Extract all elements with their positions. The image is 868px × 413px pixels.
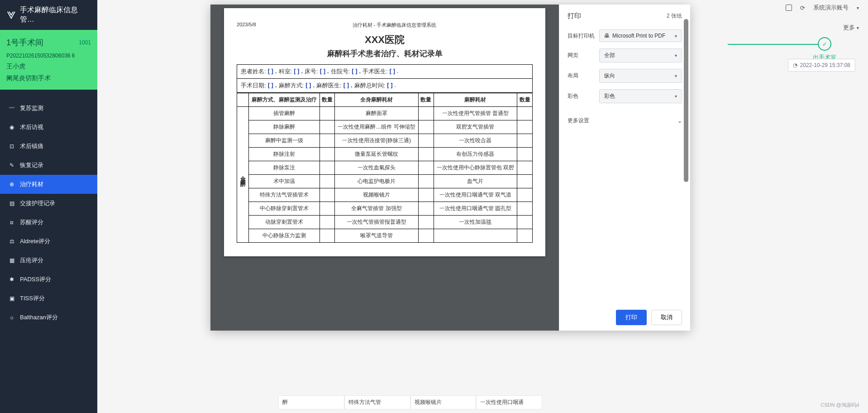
print-title: 打印 <box>568 12 581 20</box>
setting-select[interactable]: 彩色▾ <box>599 89 682 103</box>
chevron-down-icon: ▾ <box>675 34 677 38</box>
materials-table: 麻醉方式、麻醉监测及治疗数量全身麻醉耗材数量麻醉耗材数量 全身麻醉插管麻醉麻醉面… <box>237 93 533 243</box>
document-title: 麻醉科手术患者治疗、耗材记录单 <box>237 48 533 59</box>
print-button[interactable]: 打印 <box>616 310 647 325</box>
printer-icon: 🖶 <box>604 33 610 39</box>
room-panel: 1号手术间 1001 P20221026150532806036 6 王小虎 阑… <box>0 30 97 90</box>
setting-label: 网页 <box>568 52 599 59</box>
sidebar-item-10[interactable]: ▣TISS评分 <box>0 289 97 308</box>
nav-label: 术后访视 <box>20 123 43 131</box>
table-row: 特殊方法气管插管术视频喉镜片一次性使用口咽通气管 双气道 <box>237 188 533 202</box>
dialog-footer: 打印 取消 <box>568 304 682 325</box>
setting-row-0: 目标打印机🖶Microsoft Print to PDF▾ <box>568 29 682 42</box>
check-icon: ✓ <box>818 37 831 51</box>
nav-label: 交接护理记录 <box>20 199 55 207</box>
nav-label: 治疗耗材 <box>20 180 43 188</box>
app-title: 手术麻醉临床信息管… <box>20 5 91 24</box>
sidebar-item-3[interactable]: ✎恢复记录 <box>0 156 97 175</box>
sidebar-item-7[interactable]: ⚖Aldrete评分 <box>0 232 97 251</box>
nav-menu: 〰复苏监测◉术后访视⊡术后镇痛✎恢复记录⊕治疗耗材▤交接护理记录⧈苏醒评分⚖Al… <box>0 90 97 413</box>
nav-label: 恢复记录 <box>20 161 43 169</box>
page-date: 2023/5/8 <box>237 22 256 29</box>
step-line <box>728 44 818 45</box>
refresh-icon[interactable]: ⟳ <box>800 5 805 11</box>
sheet-count: 2 张纸 <box>667 12 682 20</box>
setting-row-3: 彩色彩色▾ <box>568 89 682 103</box>
table-header-row: 麻醉方式、麻醉监测及治疗数量全身麻醉耗材数量麻醉耗材数量 <box>237 93 533 107</box>
logo-icon <box>6 10 16 20</box>
hospital-name: XXX医院 <box>237 33 533 47</box>
timestamp-field[interactable]: ◔ 2022-10-29 15:37:08 <box>788 59 855 72</box>
preview-page: 2023/5/8 治疗耗材 - 手术麻醉临床信息管理系统 XXX医院 麻醉科手术… <box>224 8 545 256</box>
sidebar-item-0[interactable]: 〰复苏监测 <box>0 99 97 118</box>
sidebar-item-2[interactable]: ⊡术后镇痛 <box>0 137 97 156</box>
setting-select[interactable]: 全部▾ <box>599 48 682 62</box>
nav-icon: ▤ <box>8 200 15 207</box>
nav-label: 术后镇痛 <box>20 142 43 150</box>
print-settings-pane: 打印 2 张纸 目标打印机🖶Microsoft Print to PDF▾网页全… <box>559 5 690 331</box>
sidebar-item-1[interactable]: ◉术后访视 <box>0 118 97 137</box>
background-table-row: 醉特殊方法气管视频喉镜片一次性使用口咽通 <box>97 395 723 409</box>
nav-icon: ◉ <box>8 124 15 131</box>
nav-icon: ⊕ <box>8 181 15 188</box>
nav-icon: ✱ <box>8 276 15 283</box>
watermark: CSDN @淘源码d <box>820 402 859 408</box>
sidebar-item-6[interactable]: ⧈苏醒评分 <box>0 213 97 232</box>
setting-select[interactable]: 纵向▾ <box>599 69 682 83</box>
app-logo: 手术麻醉临床信息管… <box>0 0 97 30</box>
account-label[interactable]: 系统演示账号 <box>813 4 849 12</box>
chevron-down-icon: ▾ <box>675 73 677 78</box>
nav-label: PADSS评分 <box>20 275 51 283</box>
sidebar-item-4[interactable]: ⊕治疗耗材 <box>0 175 97 194</box>
setting-row-2: 布局纵向▾ <box>568 69 682 83</box>
account-chevron-icon[interactable]: ▾ <box>857 5 859 10</box>
nav-icon: ▣ <box>8 295 15 302</box>
room-name: 1号手术间 <box>6 37 43 48</box>
setting-label: 目标打印机 <box>568 32 599 40</box>
nav-label: Balthazan评分 <box>20 313 58 322</box>
table-row: 中心静脉穿刺置管术全麻气管插管 加强型一次性使用口咽通气管 圆孔型 <box>237 202 533 216</box>
nav-label: 苏醒评分 <box>20 218 43 226</box>
step-node: ✓ 出手术室 <box>813 37 836 62</box>
info-row-2: 手术日期: [ ], 麻醉方式: [ ], 麻醉医生: [ ], 麻醉总时间: … <box>237 79 533 93</box>
nav-icon: ⊡ <box>8 143 15 150</box>
more-settings-toggle[interactable]: 更多设置 ⌄ <box>568 112 682 129</box>
cancel-button[interactable]: 取消 <box>651 310 682 325</box>
sidebar-item-11[interactable]: ☼Balthazan评分 <box>0 308 97 327</box>
setting-label: 彩色 <box>568 92 599 100</box>
table-row: 中心静脉压力监测喉罩气道导管 <box>237 229 533 243</box>
setting-select[interactable]: 🖶Microsoft Print to PDF▾ <box>599 29 682 42</box>
nav-label: Aldrete评分 <box>20 237 50 245</box>
fullscreen-icon[interactable] <box>786 5 792 11</box>
sidebar: 手术麻醉临床信息管… 1号手术间 1001 P20221026150532806… <box>0 0 97 413</box>
table-row: 静脉麻醉一次性使用麻醉…组件 可伸缩型双腔支气管插管 <box>237 120 533 134</box>
more-button[interactable]: 更多▾ <box>843 24 859 32</box>
chevron-down-icon: ▾ <box>675 94 677 99</box>
sidebar-item-5[interactable]: ▤交接护理记录 <box>0 194 97 213</box>
nav-icon: 〰 <box>8 105 15 112</box>
main-area: ⟳ 系统演示账号 ▾ 更多▾ ✓ 出手术室 ◔ 2022-10-29 15:37… <box>97 0 868 413</box>
chevron-down-icon: ⌄ <box>677 118 682 124</box>
surgery-name: 阑尾炎切割手术 <box>6 72 91 85</box>
print-dialog: 2023/5/8 治疗耗材 - 手术麻醉临床信息管理系统 XXX医院 麻醉科手术… <box>210 5 690 331</box>
patient-id: P20221026150532806036 6 <box>6 51 91 61</box>
setting-row-1: 网页全部▾ <box>568 48 682 62</box>
nav-icon: ☼ <box>8 314 15 321</box>
nav-icon: ⧈ <box>8 219 15 226</box>
chevron-down-icon: ▾ <box>675 53 677 58</box>
page-header-title: 治疗耗材 - 手术麻醉临床信息管理系统 <box>353 22 437 29</box>
table-row: 全身麻醉插管麻醉麻醉面罩一次性使用气管插管 普通型 <box>237 107 533 120</box>
info-row-1: 患者姓名: [ ], 科室: [ ], 床号: [ ], 住院号: [ ], 手… <box>237 64 533 79</box>
table-row: 静脉泵注一次性血氧探头一次性使用中心静脉置管包 双腔 <box>237 161 533 175</box>
table-row: 静脉注射微量泵延长管螺纹有创压力传感器 <box>237 148 533 161</box>
print-settings-header: 打印 2 张纸 <box>568 12 682 20</box>
table-row: 术中加温心电监护电极片血气片 <box>237 175 533 188</box>
nav-icon: ▦ <box>8 257 15 264</box>
print-preview[interactable]: 2023/5/8 治疗耗材 - 手术麻醉临床信息管理系统 XXX医院 麻醉科手术… <box>210 5 559 331</box>
sidebar-item-8[interactable]: ▦压疮评分 <box>0 251 97 270</box>
top-bar: ⟳ 系统演示账号 ▾ <box>777 0 868 15</box>
sidebar-item-9[interactable]: ✱PADSS评分 <box>0 270 97 289</box>
nav-icon: ⚖ <box>8 238 15 245</box>
nav-icon: ✎ <box>8 162 15 169</box>
clock-icon: ◔ <box>793 62 797 68</box>
